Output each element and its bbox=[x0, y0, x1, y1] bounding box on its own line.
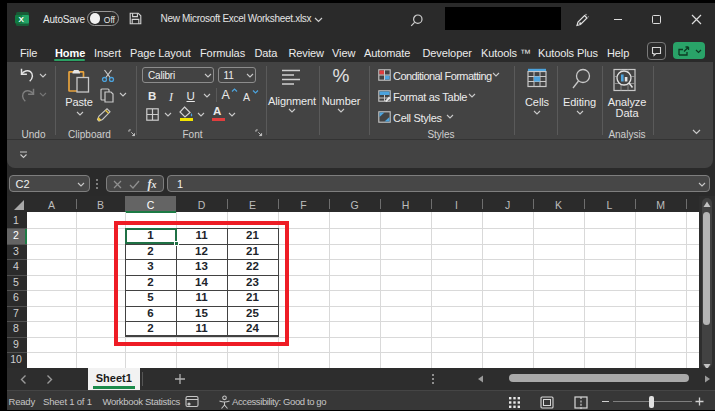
svg-text:X: X bbox=[18, 15, 24, 24]
